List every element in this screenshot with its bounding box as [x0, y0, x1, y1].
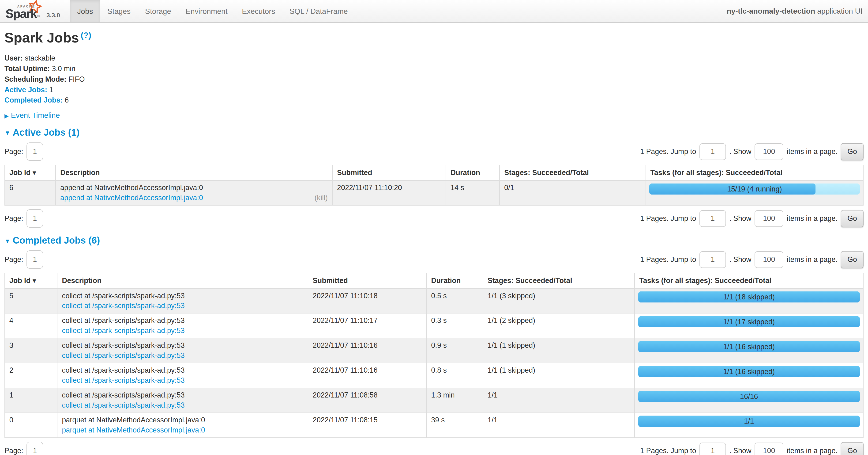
- job-description: collect at /spark-scripts/spark-ad.py:53: [62, 365, 303, 375]
- page-label: Page:: [4, 447, 23, 455]
- show-items-input[interactable]: [754, 443, 783, 455]
- show-text: . Show: [729, 214, 751, 223]
- column-header-duration[interactable]: Duration: [446, 165, 499, 180]
- job-description-link[interactable]: collect at /spark-scripts/spark-ad.py:53: [62, 326, 185, 335]
- job-tasks-cell: 1/1 (17 skipped): [634, 313, 863, 338]
- column-header-tasks[interactable]: Tasks (for all stages): Succeeded/Total: [646, 165, 864, 180]
- job-submitted-cell: 2022/11/07 11:10:20: [332, 180, 446, 205]
- items-text: items in a page.: [787, 214, 838, 223]
- page-number-input[interactable]: [27, 209, 43, 228]
- job-description-cell: collect at /spark-scripts/spark-ad.py:53…: [57, 338, 308, 363]
- job-description-link[interactable]: collect at /spark-scripts/spark-ad.py:53: [62, 376, 185, 385]
- tasks-progress-bar: 1/1 (16 skipped): [638, 341, 860, 352]
- column-header-tasks[interactable]: Tasks (for all stages): Succeeded/Total: [634, 273, 863, 288]
- completed-job-row: 4 collect at /spark-scripts/spark-ad.py:…: [5, 313, 863, 338]
- active-jobs-section-header[interactable]: ▼Active Jobs (1): [4, 127, 864, 139]
- completed-job-row: 5 collect at /spark-scripts/spark-ad.py:…: [5, 288, 863, 313]
- job-id-cell: 5: [5, 288, 57, 313]
- column-header-stages[interactable]: Stages: Succeeded/Total: [483, 273, 634, 288]
- job-duration-cell: 14 s: [446, 180, 499, 205]
- column-header-duration[interactable]: Duration: [426, 273, 483, 288]
- completed-jobs-link[interactable]: Completed Jobs: 6: [4, 96, 864, 104]
- go-button[interactable]: Go: [841, 251, 864, 268]
- jump-to-input[interactable]: [700, 251, 726, 268]
- tasks-progress-bar: 1/1 (16 skipped): [638, 366, 860, 377]
- active-job-row: 6 append at NativeMethodAccessorImpl.jav…: [5, 180, 863, 205]
- completed-job-row: 3 collect at /spark-scripts/spark-ad.py:…: [5, 338, 863, 363]
- job-id-cell: 2: [5, 363, 57, 388]
- help-link[interactable]: (?): [81, 30, 91, 40]
- active-jobs-link[interactable]: Active Jobs: 1: [4, 86, 864, 94]
- job-tasks-cell: 16/16: [634, 388, 863, 413]
- job-description-link[interactable]: append at NativeMethodAccessorImpl.java:…: [60, 193, 203, 203]
- go-button[interactable]: Go: [841, 143, 864, 160]
- jump-to-input[interactable]: [700, 210, 726, 227]
- job-tasks-cell: 1/1 (18 skipped): [634, 288, 863, 313]
- job-stages-cell: 1/1 (3 skipped): [483, 288, 634, 313]
- job-tasks-cell: 1/1 (16 skipped): [634, 363, 863, 388]
- page-number-input[interactable]: [27, 250, 43, 269]
- active-jobs-table: Job Id ▾ Description Submitted Duration …: [4, 165, 864, 205]
- job-description-link[interactable]: parquet at NativeMethodAccessorImpl.java…: [62, 426, 205, 434]
- tasks-progress-bar: 1/1: [638, 416, 860, 427]
- spark-version-label: 3.3.0: [46, 12, 60, 19]
- column-header-submitted[interactable]: Submitted: [308, 273, 426, 288]
- application-name: ny-tlc-anomaly-detection: [727, 7, 815, 15]
- nav-tabs: Jobs Stages Storage Environment Executor…: [70, 0, 355, 22]
- items-text: items in a page.: [787, 147, 838, 156]
- kill-link[interactable]: (kill): [315, 193, 328, 203]
- show-items-input[interactable]: [754, 210, 783, 227]
- progress-label: 1/1 (18 skipped): [638, 291, 860, 303]
- completed-job-row: 1 collect at /spark-scripts/spark-ad.py:…: [5, 388, 863, 413]
- job-duration-cell: 0.9 s: [426, 338, 483, 363]
- event-timeline-toggle[interactable]: ▶Event Timeline: [4, 111, 864, 120]
- completed-jobs-section-header[interactable]: ▼Completed Jobs (6): [4, 235, 864, 247]
- job-description-link[interactable]: collect at /spark-scripts/spark-ad.py:53: [62, 302, 185, 310]
- job-stages-cell: 1/1: [483, 388, 634, 413]
- column-header-job-id[interactable]: Job Id ▾: [5, 165, 56, 180]
- job-description-link[interactable]: collect at /spark-scripts/spark-ad.py:53: [62, 351, 185, 360]
- pagination-active-top: Page: 1 Pages. Jump to . Show items in a…: [4, 142, 864, 161]
- job-id-cell: 0: [5, 413, 57, 438]
- user-info: User: stackable: [4, 54, 864, 62]
- column-header-description[interactable]: Description: [57, 273, 308, 288]
- pagination-active-bottom: Page: 1 Pages. Jump to . Show items in a…: [4, 209, 864, 228]
- show-text: . Show: [729, 147, 751, 156]
- show-items-input[interactable]: [754, 251, 783, 268]
- go-button[interactable]: Go: [841, 442, 864, 455]
- job-description-link[interactable]: collect at /spark-scripts/spark-ad.py:53: [62, 401, 185, 409]
- page-number-input[interactable]: [27, 442, 43, 455]
- tasks-progress-bar: 15/19 (4 running): [649, 183, 860, 195]
- job-submitted-cell: 2022/11/07 11:10:17: [308, 313, 426, 338]
- items-text: items in a page.: [787, 447, 838, 455]
- uptime-info: Total Uptime: 3.0 min: [4, 64, 864, 73]
- job-description-cell: collect at /spark-scripts/spark-ad.py:53…: [57, 288, 308, 313]
- application-title: ny-tlc-anomaly-detection application UI: [727, 7, 868, 16]
- go-button[interactable]: Go: [841, 210, 864, 227]
- tab-sql-dataframe[interactable]: SQL / DataFrame: [282, 0, 355, 22]
- column-header-stages[interactable]: Stages: Succeeded/Total: [499, 165, 646, 180]
- tab-stages[interactable]: Stages: [100, 0, 138, 22]
- column-header-job-id[interactable]: Job Id ▾: [5, 273, 57, 288]
- jump-to-input[interactable]: [700, 443, 726, 455]
- column-header-submitted[interactable]: Submitted: [332, 165, 446, 180]
- show-text: . Show: [729, 447, 751, 455]
- job-description: collect at /spark-scripts/spark-ad.py:53: [62, 291, 303, 301]
- jump-to-input[interactable]: [700, 143, 726, 160]
- page-number-input[interactable]: [27, 142, 43, 161]
- completed-job-row: 0 parquet at NativeMethodAccessorImpl.ja…: [5, 413, 863, 438]
- trademark-symbol: ™: [37, 15, 39, 19]
- job-submitted-cell: 2022/11/07 11:10:18: [308, 288, 426, 313]
- show-items-input[interactable]: [754, 143, 783, 160]
- tab-environment[interactable]: Environment: [178, 0, 235, 22]
- tab-executors[interactable]: Executors: [235, 0, 282, 22]
- tab-jobs[interactable]: Jobs: [70, 0, 100, 22]
- tab-storage[interactable]: Storage: [138, 0, 178, 22]
- job-submitted-cell: 2022/11/07 11:10:16: [308, 338, 426, 363]
- progress-label: 1/1 (16 skipped): [638, 366, 860, 377]
- job-description-cell: append at NativeMethodAccessorImpl.java:…: [56, 180, 332, 205]
- job-description: collect at /spark-scripts/spark-ad.py:53: [62, 340, 303, 350]
- job-description-cell: collect at /spark-scripts/spark-ad.py:53…: [57, 363, 308, 388]
- table-header-row: Job Id ▾ Description Submitted Duration …: [5, 273, 863, 288]
- column-header-description[interactable]: Description: [56, 165, 332, 180]
